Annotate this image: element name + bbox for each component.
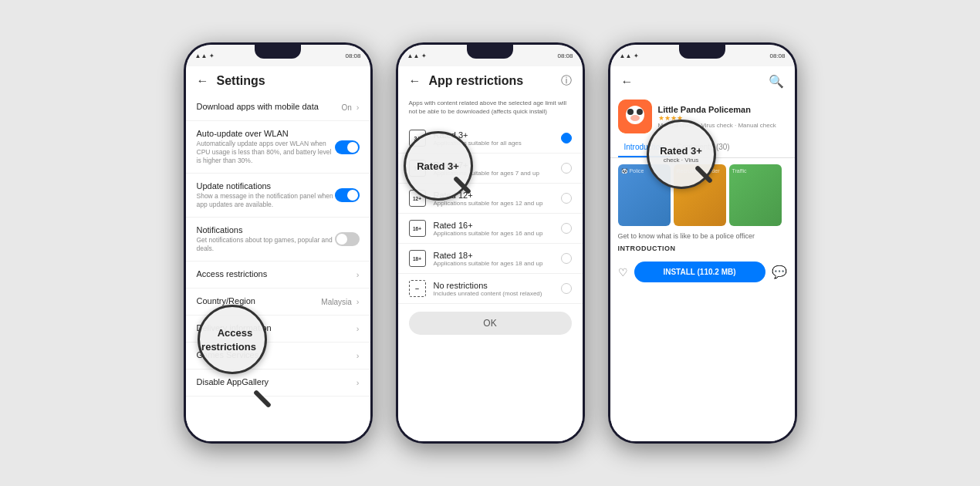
install-button[interactable]: INSTALL (110.2 MB) xyxy=(634,262,765,282)
toggle-notifications[interactable] xyxy=(335,232,360,246)
svg-point-2 xyxy=(627,109,634,115)
country-value: Malaysia xyxy=(321,298,351,306)
restriction-item-18plus[interactable]: 18+ Rated 18+ Applications suitable for … xyxy=(398,244,583,274)
setting-download-title: Download apps with mobile data xyxy=(197,102,342,111)
status-bar-3: ▲▲ ✦ 08:08 xyxy=(610,45,795,66)
chevron-disable: › xyxy=(357,378,360,387)
setting-auto-update[interactable]: Auto-update over WLAN Automatically upda… xyxy=(186,121,370,174)
setting-update-notif[interactable]: Update notifications Show a message in t… xyxy=(186,174,370,218)
mag1-content: Access restrictions xyxy=(198,321,267,358)
restrictions-title: App restrictions xyxy=(429,74,524,88)
app-detail-header: ← 🔍 xyxy=(610,66,795,95)
wishlist-icon[interactable]: ♡ xyxy=(618,266,628,278)
setting-notif-title: Update notifications xyxy=(197,181,335,191)
setting-access-title: Access restrictions xyxy=(197,269,353,278)
magnifier-1: Access restrictions xyxy=(198,305,267,374)
setting-country-content: Country/Region xyxy=(197,296,322,307)
magnifier-2: Rated 3+ xyxy=(404,131,473,201)
radio-7plus[interactable] xyxy=(561,163,572,174)
app-icon xyxy=(618,100,652,133)
ok-button[interactable]: OK xyxy=(409,312,572,335)
badge-18plus: 18+ xyxy=(409,250,426,267)
setting-notif2-desc: Get notifications about top games, popul… xyxy=(197,236,335,253)
setting-access-content: Access restrictions xyxy=(197,269,353,280)
svg-point-3 xyxy=(637,109,643,115)
setting-notifications[interactable]: Notifications Get notifications about to… xyxy=(186,218,370,262)
notch-1 xyxy=(255,45,301,59)
setting-disable-title: Disable AppGallery xyxy=(197,377,353,386)
settings-header: ← Settings xyxy=(186,66,370,94)
signal-icons-1: ▲▲ ✦ xyxy=(195,52,215,59)
setting-notif2-title: Notifications xyxy=(197,225,335,235)
title-none: No restrictions xyxy=(434,281,561,290)
time-3: 08:08 xyxy=(769,52,785,59)
info-16plus: Rated 16+ Applications suitable for ages… xyxy=(434,221,561,237)
setting-auto-content: Auto-update over WLAN Automatically upda… xyxy=(197,129,335,165)
notch-3 xyxy=(679,45,725,59)
status-bar-2: ▲▲ ✦ 08:08 xyxy=(398,45,583,66)
app-tagline: Get to know what is like to be a police … xyxy=(610,232,795,245)
bottom-actions: ♡ INSTALL (110.2 MB) 💬 xyxy=(610,257,795,287)
setting-download-apps[interactable]: Download apps with mobile data On › xyxy=(186,94,370,121)
app-name: Little Panda Policeman xyxy=(658,105,787,114)
sub-none: Includes unrated content (most relaxed) xyxy=(434,290,561,297)
toggle-auto-update[interactable] xyxy=(335,140,360,154)
radio-3plus[interactable] xyxy=(561,133,572,143)
on-label: On xyxy=(341,103,351,112)
chevron-download: › xyxy=(357,103,360,112)
screenshot-3: Traffic xyxy=(729,164,782,226)
search-icon[interactable]: 🔍 xyxy=(769,74,784,89)
intro-section-label: INTRODUCTION xyxy=(610,245,795,257)
back-arrow-2[interactable]: ← xyxy=(409,74,421,88)
setting-disable[interactable]: Disable AppGallery › xyxy=(186,370,370,397)
chevron-games: › xyxy=(357,351,360,360)
chevron-delivery: › xyxy=(357,324,360,333)
settings-content: Download apps with mobile data On › Auto… xyxy=(186,94,370,441)
restriction-desc: Apps with content related above the sele… xyxy=(398,94,583,123)
title-18plus: Rated 18+ xyxy=(434,251,561,260)
notch-2 xyxy=(467,45,513,59)
time-1: 08:08 xyxy=(345,52,360,59)
setting-country-title: Country/Region xyxy=(197,296,322,305)
svg-point-4 xyxy=(630,115,640,121)
info-none: No restrictions Includes unrated content… xyxy=(434,281,561,297)
setting-disable-content: Disable AppGallery xyxy=(197,377,353,388)
setting-notif-desc: Show a message in the notification panel… xyxy=(197,192,335,209)
back-arrow-1[interactable]: ← xyxy=(197,74,209,88)
toggle-update-notif[interactable] xyxy=(335,188,360,202)
badge-none: – xyxy=(409,280,426,297)
mag3-sub: check · Virus xyxy=(660,157,702,164)
radio-18plus[interactable] xyxy=(561,253,572,264)
back-arrow-3[interactable]: ← xyxy=(621,75,634,89)
setting-auto-title: Auto-update over WLAN xyxy=(197,129,335,138)
radio-16plus[interactable] xyxy=(561,223,572,234)
info-18plus: Rated 18+ Applications suitable for ages… xyxy=(434,251,561,267)
phone-3: ▲▲ ✦ 08:08 ← 🔍 Little P xyxy=(608,42,797,444)
mag2-content: Rated 3+ xyxy=(412,156,464,177)
setting-auto-desc: Automatically update apps over WLAN when… xyxy=(197,140,335,165)
phone-2: ▲▲ ✦ 08:08 ← App restrictions ⓘ Apps wit… xyxy=(396,42,585,444)
restriction-item-16plus[interactable]: 16+ Rated 16+ Applications suitable for … xyxy=(398,214,583,244)
title-16plus: Rated 16+ xyxy=(434,221,561,230)
mag2-rating: Rated 3+ xyxy=(417,160,459,172)
restrictions-header: ← App restrictions ⓘ xyxy=(398,66,583,94)
radio-12plus[interactable] xyxy=(561,193,572,204)
restriction-item-none[interactable]: – No restrictions Includes unrated conte… xyxy=(398,274,583,304)
signal-icons-2: ▲▲ ✦ xyxy=(407,52,427,59)
radio-none[interactable] xyxy=(561,283,572,294)
info-icon[interactable]: ⓘ xyxy=(561,74,572,88)
chat-icon[interactable]: 💬 xyxy=(772,265,787,279)
setting-download-content: Download apps with mobile data xyxy=(197,102,342,113)
status-bar-1: ▲▲ ✦ 08:08 xyxy=(186,45,370,66)
chevron-country: › xyxy=(357,297,360,306)
sub-18plus: Applications suitable for ages 18 and up xyxy=(434,260,561,267)
mag1-text: Access restrictions xyxy=(201,321,262,359)
setting-notif2-content: Notifications Get notifications about to… xyxy=(197,225,335,253)
setting-access-rest[interactable]: Access restrictions › xyxy=(186,262,370,289)
mag3-rating: Rated 3+ xyxy=(660,145,702,157)
settings-title: Settings xyxy=(217,74,265,88)
signal-icons-3: ▲▲ ✦ xyxy=(620,52,639,59)
chevron-access: › xyxy=(357,270,360,279)
badge-16plus: 16+ xyxy=(409,220,426,237)
sub-12plus: Applications suitable for ages 12 and up xyxy=(434,200,561,207)
